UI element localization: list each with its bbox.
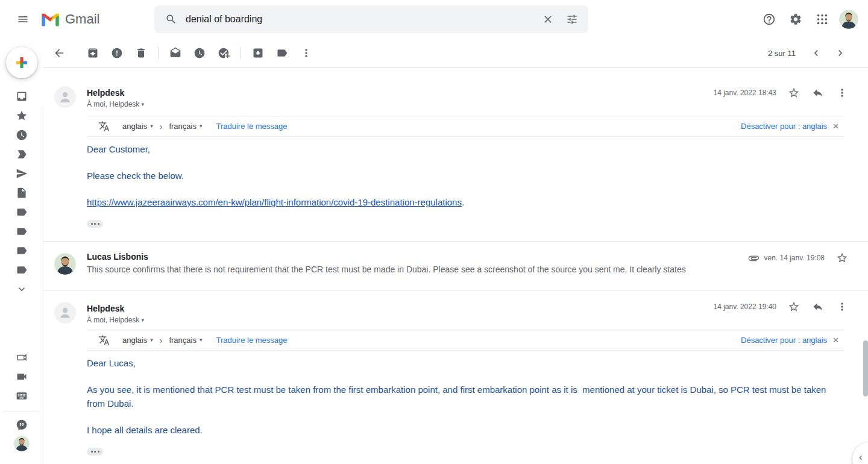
scrollbar-thumb[interactable] [863, 340, 868, 397]
delete-button[interactable] [129, 41, 153, 65]
translate-button[interactable] [92, 114, 116, 139]
translate-bar: anglais ▾ › français ▾ Traduire le messa… [87, 330, 844, 351]
report-spam-button[interactable] [105, 41, 129, 65]
translate-message-link[interactable]: Traduire le message [216, 122, 287, 131]
search-options-button[interactable] [560, 7, 584, 31]
hamburger-icon [17, 13, 29, 25]
sidebar-item-label-2[interactable] [8, 222, 35, 241]
message-1-sender: Helpdesk À moi, Helpdesk ▾ [87, 88, 144, 108]
sidebar-item-inbox[interactable] [8, 87, 35, 106]
star-message-button[interactable] [782, 295, 806, 319]
star-message-button[interactable] [830, 246, 854, 270]
caret-down-icon: ▾ [150, 337, 153, 343]
regulations-link[interactable]: https://www.jazeeraairways.com/en-kw/pla… [87, 197, 462, 207]
snooze-button[interactable] [187, 41, 212, 65]
message-3-body: Dear Lucas, As you see, it is mentioned … [87, 356, 832, 456]
translate-button[interactable] [92, 328, 116, 353]
gear-icon [789, 13, 802, 26]
message-snippet: This source confirms that there is not r… [87, 265, 814, 274]
sidebar-item-snoozed[interactable] [8, 125, 35, 145]
mark-unread-button[interactable] [163, 41, 187, 65]
labels-button[interactable] [270, 41, 294, 65]
help-button[interactable] [757, 7, 781, 31]
sidebar-item-label-3[interactable] [8, 241, 35, 260]
target-language-dropdown[interactable]: français ▾ [169, 122, 202, 131]
add-to-tasks-button[interactable] [212, 41, 236, 65]
message-more-button[interactable] [830, 81, 854, 105]
recipients-label: À moi, Helpdesk [87, 316, 139, 324]
disable-translation-link[interactable]: Désactiver pour : anglais [741, 336, 827, 345]
sidebar-more-button[interactable] [8, 280, 35, 299]
recipients-dropdown[interactable]: À moi, Helpdesk ▾ [87, 100, 144, 108]
translate-message-link[interactable]: Traduire le message [216, 336, 287, 345]
target-language-dropdown[interactable]: français ▾ [169, 336, 202, 345]
back-button[interactable] [47, 41, 71, 65]
gmail-app: Gmail [0, 0, 868, 464]
source-language-label: anglais [122, 336, 147, 345]
search-button[interactable] [159, 7, 183, 31]
hangouts-contact-avatar[interactable] [14, 436, 30, 451]
archive-button[interactable] [81, 41, 105, 65]
user-avatar [839, 10, 858, 29]
sender-name[interactable]: Helpdesk [87, 304, 144, 313]
newer-conversation-button[interactable] [804, 41, 828, 65]
enter-code-button[interactable] [8, 386, 35, 406]
settings-button[interactable] [784, 7, 808, 31]
clock-icon [16, 129, 28, 141]
apps-grid-icon [816, 13, 829, 26]
body-paragraph: Dear Lucas, [87, 356, 832, 370]
sidebar-item-sent[interactable] [8, 164, 35, 183]
close-icon[interactable]: ✕ [832, 122, 839, 131]
star-outline-icon [788, 87, 800, 99]
sidebar-item-label-1[interactable] [8, 202, 35, 222]
conversation-thread: Helpdesk À moi, Helpdesk ▾ 14 janv. 2022… [43, 68, 868, 464]
reply-button[interactable] [806, 295, 830, 319]
caret-down-icon: ▾ [200, 337, 203, 343]
show-trimmed-content-button[interactable] [87, 448, 103, 456]
sender-avatar[interactable] [54, 253, 76, 275]
account-avatar-button[interactable] [837, 7, 861, 31]
sender-avatar[interactable] [54, 86, 76, 108]
new-meeting-button[interactable] [8, 348, 35, 367]
star-message-button[interactable] [782, 81, 806, 105]
join-meeting-button[interactable] [8, 367, 35, 386]
message-more-button[interactable] [830, 295, 854, 319]
source-language-dropdown[interactable]: anglais ▾ [122, 336, 153, 345]
recipients-dropdown[interactable]: À moi, Helpdesk ▾ [87, 316, 144, 324]
sender-avatar[interactable] [54, 302, 76, 324]
sender-name[interactable]: Helpdesk [87, 88, 144, 98]
sidebar-item-starred[interactable] [8, 106, 35, 125]
hangouts-button[interactable] [8, 415, 35, 434]
main-menu-button[interactable] [8, 5, 37, 34]
search-input[interactable] [183, 14, 536, 25]
gmail-logo[interactable]: Gmail [41, 0, 99, 39]
translate-bar: anglais ▾ › français ▾ Traduire le messa… [87, 116, 844, 137]
clear-search-button[interactable] [536, 7, 560, 31]
apps-button[interactable] [810, 7, 834, 31]
chevron-right-icon: › [160, 122, 163, 131]
sidebar-item-important[interactable] [8, 145, 35, 164]
close-icon[interactable]: ✕ [832, 336, 839, 345]
reply-arrow-icon [812, 301, 824, 313]
sidebar-item-label-4[interactable] [8, 260, 35, 280]
show-trimmed-content-button[interactable] [87, 220, 103, 228]
chevron-right-icon: › [160, 336, 163, 345]
star-outline-icon [788, 301, 800, 313]
more-vert-icon [836, 87, 848, 99]
move-to-button[interactable] [246, 41, 270, 65]
caret-down-icon: ▾ [200, 124, 203, 129]
sidebar-item-drafts[interactable] [8, 183, 35, 202]
chevron-left-icon [810, 47, 822, 59]
older-conversation-button[interactable] [828, 41, 852, 65]
more-options-button[interactable] [294, 41, 318, 65]
tune-icon [566, 13, 578, 25]
search-bar[interactable] [154, 5, 588, 33]
disable-translation-link[interactable]: Désactiver pour : anglais [741, 122, 827, 131]
source-language-dropdown[interactable]: anglais ▾ [122, 122, 153, 131]
clock-icon [193, 47, 206, 59]
gmail-m-icon [41, 12, 60, 27]
reply-button[interactable] [806, 81, 830, 105]
compose-button[interactable] [6, 47, 37, 78]
pagination-counter: 2 sur 11 [768, 49, 796, 58]
message-date: 14 janv. 2022 19:40 [713, 303, 776, 311]
